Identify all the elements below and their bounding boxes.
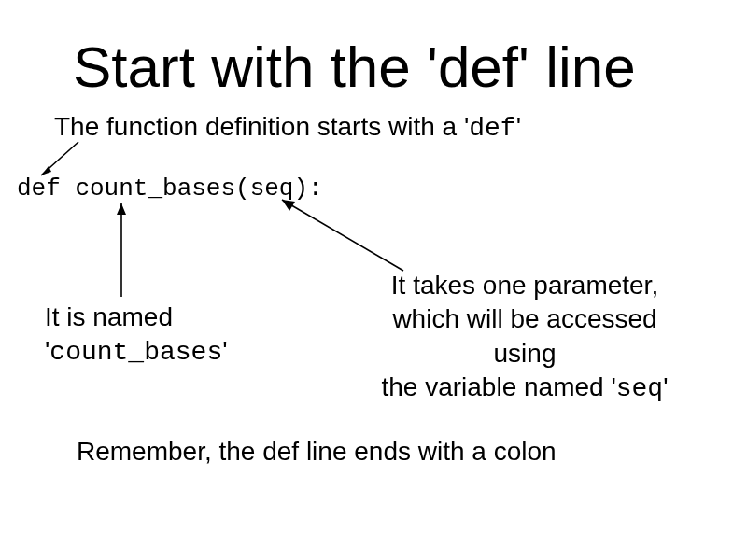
annotation-param-line3: using [347,337,702,371]
annotation-name-code: count_bases [49,338,222,367]
footer-note: Remember, the def line ends with a colon [77,437,557,467]
annotation-name-line1: It is named [45,301,228,334]
annotation-param-prefix: the variable named ' [381,372,615,401]
arrow-line-to-def [41,142,78,175]
subtitle-suffix: ' [516,112,521,141]
annotation-param-label: It takes one parameter, which will be ac… [347,269,702,407]
subtitle-code: def [469,114,515,143]
subtitle-text: The function definition starts with a 'd… [54,112,521,143]
arrow-line-to-param [282,200,403,271]
arrow-head-to-name [117,203,126,215]
annotation-param-code: seq [616,374,663,403]
annotation-name-label: It is named 'count_bases' [45,301,228,371]
code-line: def count_bases(seq): [17,175,323,203]
subtitle-prefix: The function definition starts with a ' [54,112,469,141]
annotation-name-suffix: ' [222,336,227,365]
slide-title: Start with the 'def' line [73,34,636,100]
annotation-param-line1: It takes one parameter, [347,269,702,302]
annotation-name-line2: 'count_bases' [45,334,228,370]
annotation-param-line4: the variable named 'seq' [347,371,702,406]
annotation-param-line2: which will be accessed [347,302,702,336]
annotation-param-suffix: ' [663,372,668,401]
